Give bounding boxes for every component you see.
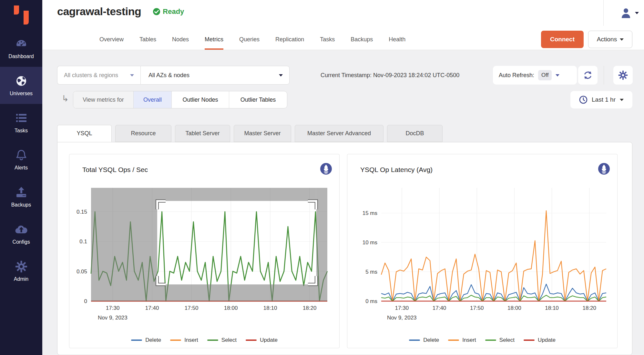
sidebar-item-label: Configs bbox=[12, 239, 30, 245]
chart-legend: DeleteInsertSelectUpdate bbox=[69, 337, 339, 343]
sidebar: Dashboard Universes Tasks bbox=[0, 0, 42, 355]
time-range-button[interactable]: Last 1 hr bbox=[570, 91, 632, 108]
tab-backups[interactable]: Backups bbox=[351, 36, 373, 50]
metrics-for-outlier-tables[interactable]: Outlier Tables bbox=[229, 91, 287, 108]
metric-tab-resource[interactable]: Resource bbox=[115, 125, 171, 142]
legend-swatch bbox=[448, 340, 459, 341]
svg-text:0.1: 0.1 bbox=[79, 238, 87, 245]
sidebar-item-tasks[interactable]: Tasks bbox=[0, 104, 42, 141]
cluster-region-placeholder: All clusters & regions bbox=[64, 72, 118, 79]
az-node-select[interactable]: All AZs & nodes bbox=[140, 66, 290, 85]
svg-text:17:50: 17:50 bbox=[185, 305, 199, 311]
tab-overview[interactable]: Overview bbox=[99, 36, 124, 50]
tab-replication[interactable]: Replication bbox=[275, 36, 304, 50]
tab-health[interactable]: Health bbox=[389, 36, 405, 50]
toolbar-divider bbox=[604, 66, 604, 85]
filter-row: All clusters & regions All AZs & nodes C… bbox=[57, 66, 632, 85]
cluster-region-select[interactable]: All clusters & regions bbox=[57, 66, 140, 85]
metrics-for-outlier-nodes[interactable]: Outlier Nodes bbox=[172, 91, 229, 108]
legend-swatch bbox=[246, 340, 257, 341]
prometheus-icon[interactable] bbox=[320, 163, 332, 176]
auto-refresh-control[interactable]: Auto Refresh: Off bbox=[493, 66, 577, 85]
svg-text:15 ms: 15 ms bbox=[363, 210, 377, 216]
svg-text:0.15: 0.15 bbox=[77, 209, 87, 215]
sidebar-item-configs[interactable]: Configs bbox=[0, 215, 42, 252]
metric-tab-master-server-advanced[interactable]: Master Server Advanced bbox=[295, 125, 383, 142]
legend-item-delete[interactable]: Delete bbox=[409, 337, 439, 343]
sidebar-item-label: Admin bbox=[14, 276, 28, 282]
total-ysql-ops-chart[interactable]: 17:3017:4017:5018:0018:1018:20Nov 9, 202… bbox=[69, 154, 339, 325]
svg-text:18:10: 18:10 bbox=[263, 305, 277, 311]
branch-arrow-icon: ↳ bbox=[62, 94, 69, 104]
sidebar-item-alerts[interactable]: Alerts bbox=[0, 141, 42, 178]
legend-item-insert[interactable]: Insert bbox=[448, 337, 476, 343]
refresh-icon bbox=[583, 70, 593, 80]
metrics-content: All clusters & regions All AZs & nodes C… bbox=[42, 50, 644, 355]
legend-swatch bbox=[131, 340, 142, 341]
page-title: cagrawal-testing bbox=[57, 5, 141, 18]
chevron-down-icon bbox=[556, 74, 559, 76]
actions-button[interactable]: Actions bbox=[588, 31, 632, 48]
status-badge: Ready bbox=[153, 7, 184, 16]
backup-upload-icon bbox=[14, 186, 28, 199]
chart-card-ysql-op-latency: 17:3017:4017:5018:0018:1018:20Nov 9, 202… bbox=[347, 154, 618, 348]
legend-item-select[interactable]: Select bbox=[485, 337, 515, 343]
legend-swatch bbox=[485, 340, 496, 341]
sidebar-item-label: Alerts bbox=[15, 165, 28, 171]
svg-text:17:40: 17:40 bbox=[433, 305, 446, 311]
metric-tab-tablet-server[interactable]: Tablet Server bbox=[175, 125, 230, 142]
tab-tasks[interactable]: Tasks bbox=[320, 36, 335, 50]
chart-title: YSQL Op Latency (Avg) bbox=[360, 166, 433, 174]
legend-item-update[interactable]: Update bbox=[524, 337, 556, 343]
sidebar-item-universes[interactable]: Universes bbox=[0, 67, 42, 104]
legend-item-select[interactable]: Select bbox=[207, 337, 237, 343]
legend-label: Delete bbox=[145, 337, 161, 343]
svg-text:17:30: 17:30 bbox=[106, 305, 120, 311]
status-text: Ready bbox=[163, 7, 184, 16]
chart-card-total-ysql-ops: 17:3017:4017:5018:0018:1018:20Nov 9, 202… bbox=[69, 154, 340, 348]
svg-text:0: 0 bbox=[84, 298, 87, 304]
legend-swatch bbox=[524, 340, 535, 341]
tab-metrics[interactable]: Metrics bbox=[205, 36, 223, 50]
refresh-button[interactable] bbox=[578, 66, 598, 85]
bell-icon bbox=[14, 149, 28, 162]
legend-swatch bbox=[409, 340, 420, 341]
metrics-for-label: View metrics for bbox=[73, 91, 134, 108]
legend-swatch bbox=[170, 340, 181, 341]
legend-item-delete[interactable]: Delete bbox=[131, 337, 161, 343]
time-range-value: Last 1 hr bbox=[592, 96, 616, 103]
tab-tables[interactable]: Tables bbox=[139, 36, 156, 50]
sidebar-item-backups[interactable]: Backups bbox=[0, 178, 42, 215]
header-divider bbox=[603, 0, 604, 26]
svg-text:17:30: 17:30 bbox=[395, 305, 409, 311]
topbar: cagrawal-testing Ready Overview Tables N… bbox=[42, 0, 644, 50]
user-menu[interactable] bbox=[620, 7, 639, 19]
settings-button[interactable] bbox=[613, 66, 633, 85]
svg-text:17:40: 17:40 bbox=[145, 305, 159, 311]
legend-item-insert[interactable]: Insert bbox=[170, 337, 198, 343]
legend-label: Delete bbox=[423, 337, 439, 343]
sidebar-item-admin[interactable]: Admin bbox=[0, 252, 42, 289]
ysql-op-latency-chart[interactable]: 17:3017:4017:5018:0018:1018:20Nov 9, 202… bbox=[347, 154, 617, 325]
connect-button[interactable]: Connect bbox=[541, 31, 584, 48]
yugabyte-logo[interactable] bbox=[0, 0, 42, 30]
prometheus-icon[interactable] bbox=[598, 163, 610, 176]
legend-item-update[interactable]: Update bbox=[246, 337, 278, 343]
current-timestamp: Current Timestamp: Nov-09-2023 18:24:02 … bbox=[321, 66, 459, 85]
dashboard-gauge-icon bbox=[14, 37, 28, 50]
legend-label: Select bbox=[499, 337, 515, 343]
user-avatar-icon bbox=[620, 7, 632, 19]
legend-label: Update bbox=[538, 337, 556, 343]
metric-tab-ysql[interactable]: YSQL bbox=[57, 125, 112, 142]
metric-tab-master-server[interactable]: Master Server bbox=[234, 125, 291, 142]
task-list-icon bbox=[14, 112, 28, 125]
tab-queries[interactable]: Queries bbox=[239, 36, 260, 50]
tab-nodes[interactable]: Nodes bbox=[172, 36, 189, 50]
svg-text:17:50: 17:50 bbox=[470, 305, 484, 311]
metrics-for-overall[interactable]: Overall bbox=[134, 91, 172, 108]
sidebar-item-dashboard[interactable]: Dashboard bbox=[0, 30, 42, 67]
svg-text:5 ms: 5 ms bbox=[365, 269, 377, 275]
metric-tab-docdb[interactable]: DocDB bbox=[387, 125, 443, 142]
legend-label: Insert bbox=[462, 337, 476, 343]
svg-text:18:00: 18:00 bbox=[507, 305, 521, 311]
